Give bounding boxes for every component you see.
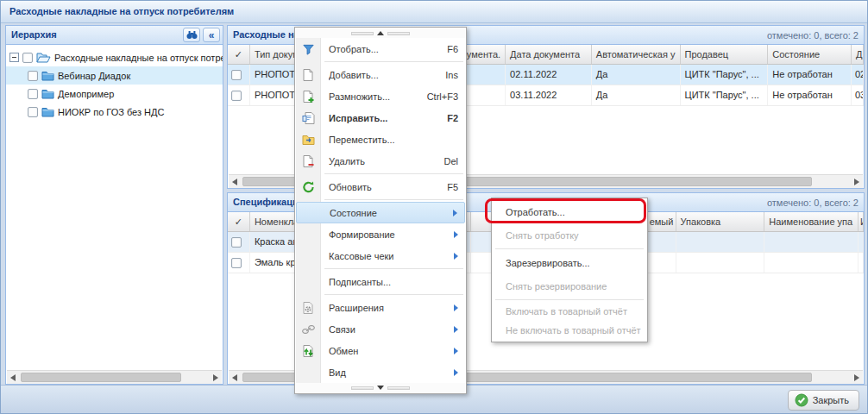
submenu-item-process[interactable]: Отработать... <box>493 200 646 223</box>
column-d[interactable]: Д <box>852 45 864 64</box>
menu-item-view[interactable]: Вид <box>296 361 465 383</box>
folder-icon <box>41 89 54 99</box>
link-icon <box>302 324 315 335</box>
menu-item-filter[interactable]: Отобрать... F6 <box>296 38 465 60</box>
specification-counter: отмечено: 0, всего: 2 <box>767 198 859 208</box>
column-i[interactable]: И <box>859 212 864 231</box>
submenu-arrow-icon <box>454 253 458 260</box>
row-checkbox[interactable] <box>231 70 242 80</box>
menu-item-receipts[interactable]: Кассовые чеки <box>296 245 465 267</box>
close-button[interactable]: Закрыть <box>788 390 859 411</box>
chevron-double-left-icon: « <box>209 30 215 41</box>
page-plus-icon <box>302 90 315 103</box>
menu-item-label: Расширения <box>329 303 449 313</box>
submenu-item-include-report: Включать в товарный отчёт <box>493 302 646 321</box>
cell-pack-name <box>764 232 859 252</box>
row-checkbox[interactable] <box>231 258 242 268</box>
menu-item-move[interactable]: Переместить... <box>296 129 465 150</box>
arrow-up-icon <box>377 31 384 35</box>
cell-d: 03 <box>852 85 864 105</box>
column-pack-name[interactable]: Наименование упа <box>764 212 859 231</box>
scroll-left-icon[interactable] <box>232 374 237 381</box>
tree-item-checkbox[interactable] <box>28 89 38 99</box>
hierarchy-panel: Иерархия « Расходные накладные на отпуск… <box>5 25 223 385</box>
menu-item-edit[interactable]: Исправить... F2 <box>296 107 465 129</box>
menu-item-label: Подписанты... <box>329 277 458 287</box>
specification-title: Спецификация <box>233 197 304 207</box>
menu-item-extensions[interactable]: Расширения <box>296 297 465 318</box>
menu-separator <box>324 61 463 62</box>
column-pack[interactable]: Упаковка <box>676 212 765 231</box>
menu-item-exchange[interactable]: Обмен <box>296 340 465 361</box>
menu-separator <box>324 199 463 200</box>
cell-state: Не отработан <box>768 85 852 105</box>
submenu-item-reserve[interactable]: Зарезервировать... <box>493 251 646 274</box>
menu-item-forming[interactable]: Формирование <box>296 223 465 245</box>
hierarchy-panel-header: Иерархия « <box>6 26 223 45</box>
menu-item-add[interactable]: Добавить... Ins <box>296 64 465 85</box>
menu-separator <box>324 173 463 174</box>
menu-scroll-up[interactable] <box>296 28 465 38</box>
page-edit-icon <box>302 111 315 124</box>
tree-item[interactable]: Демопример <box>6 85 223 103</box>
menu-item-refresh[interactable]: Обновить F5 <box>296 176 465 198</box>
menu-separator <box>495 299 644 300</box>
menu-item-label: Добавить... <box>329 70 437 80</box>
page-gear-icon <box>302 301 314 314</box>
collapse-node-icon[interactable] <box>9 53 19 62</box>
folder-icon <box>41 71 54 81</box>
menu-item-shortcut: F2 <box>447 113 458 123</box>
column-doc-date[interactable]: Дата документа <box>506 45 592 64</box>
state-submenu: Отработать... Снять отработку Зарезервир… <box>491 198 648 342</box>
menu-item-links[interactable]: Связи <box>296 318 465 340</box>
documents-counter: отмечено: 0, всего: 2 <box>767 30 859 41</box>
scroll-left-icon[interactable] <box>232 179 237 185</box>
column-emyj[interactable]: емый <box>648 212 676 231</box>
cell-d: 02 <box>852 65 864 85</box>
cell-auto: Да <box>592 65 681 85</box>
row-checkbox[interactable] <box>231 91 242 101</box>
menu-scroll-down[interactable] <box>296 383 465 392</box>
tree-item-checkbox[interactable] <box>28 71 38 81</box>
column-auto[interactable]: Автоматическая у <box>592 45 681 64</box>
cell-emyj <box>648 253 676 273</box>
column-check[interactable]: ✓ <box>228 212 250 231</box>
menu-item-signers[interactable]: Подписанты... <box>296 271 465 292</box>
decorative-line <box>387 32 410 35</box>
scroll-left-icon[interactable] <box>10 374 16 381</box>
cell-auto: Да <box>592 85 681 105</box>
scroll-right-icon[interactable] <box>854 179 859 185</box>
column-seller[interactable]: Продавец <box>681 45 769 64</box>
scroll-right-icon[interactable] <box>854 374 859 381</box>
cell-doc-date: 03.11.2022 <box>506 85 592 105</box>
submenu-item-label: Не включать в товарный отчёт <box>506 325 641 336</box>
tree-item[interactable]: НИОКР по ГОЗ без НДС <box>6 103 223 121</box>
scroll-thumb[interactable] <box>21 373 181 382</box>
hierarchy-hscrollbar[interactable] <box>7 370 222 384</box>
scroll-right-icon[interactable] <box>213 374 218 381</box>
submenu-item-label: Отработать... <box>506 207 565 217</box>
tree-item-checkbox[interactable] <box>28 107 38 117</box>
menu-item-duplicate[interactable]: Размножить... Ctrl+F3 <box>296 85 465 107</box>
menu-item-shortcut: F5 <box>447 182 458 192</box>
menu-separator <box>324 294 463 295</box>
tree-item[interactable]: Вебинар Диадок <box>6 66 223 85</box>
row-checkbox[interactable] <box>231 237 242 248</box>
folder-icon <box>41 107 54 117</box>
column-state[interactable]: Состояние <box>768 45 852 64</box>
tree-item-root[interactable]: Расходные накладные на отпуск потре <box>6 48 223 66</box>
check-circle-icon <box>795 393 808 407</box>
tree-item-label: Вебинар Диадок <box>58 71 130 81</box>
cell-pack-name <box>764 253 859 273</box>
collapse-panel-button[interactable]: « <box>203 28 220 42</box>
cell-i <box>859 232 864 252</box>
menu-item-delete[interactable]: Удалить Del <box>296 150 465 172</box>
menu-item-state[interactable]: Состояние <box>296 202 465 223</box>
column-check[interactable]: ✓ <box>228 45 250 64</box>
filter-icon <box>302 42 315 55</box>
find-button[interactable] <box>183 28 200 42</box>
page-icon <box>302 68 314 81</box>
hierarchy-title: Иерархия <box>11 29 57 40</box>
tree-root-checkbox[interactable] <box>22 53 33 63</box>
exchange-icon <box>302 344 315 357</box>
